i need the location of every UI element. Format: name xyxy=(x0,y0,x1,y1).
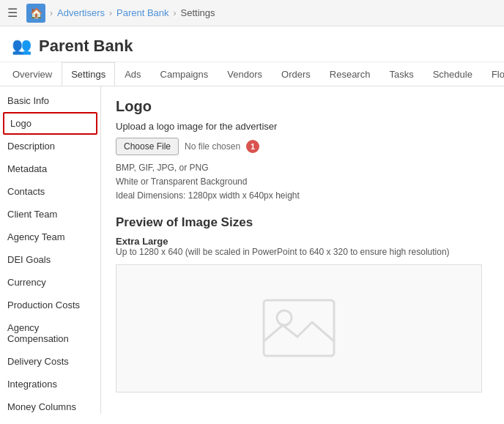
sidebar-item-production-costs[interactable]: Production Costs xyxy=(0,294,100,316)
main-layout: Basic Info Logo Description Metadata Con… xyxy=(0,86,504,414)
preview-heading: Preview of Image Sizes xyxy=(116,215,489,230)
image-placeholder-icon xyxy=(262,299,336,357)
tab-bar: Overview Settings Ads Campaigns Vendors … xyxy=(0,62,504,86)
upload-label: Upload a logo image for the advertiser xyxy=(116,121,489,132)
breadcrumb-advertisers[interactable]: Advertisers xyxy=(57,7,105,18)
sidebar-item-contacts[interactable]: Contacts xyxy=(0,180,100,203)
sidebar-item-integrations[interactable]: Integrations xyxy=(0,373,100,395)
sidebar-item-agency-compensation[interactable]: Agency Compensation xyxy=(0,316,100,350)
hamburger-icon[interactable]: ☰ xyxy=(7,6,18,20)
hint-line-1: BMP, GIF, JPG, or PNG xyxy=(116,161,489,175)
badge-1: 1 xyxy=(246,140,259,153)
svg-rect-0 xyxy=(264,300,334,356)
hint-line-3: Ideal Dimensions: 1280px width x 640px h… xyxy=(116,189,489,203)
sidebar-item-currency[interactable]: Currency xyxy=(0,271,100,294)
tab-flowchart[interactable]: Flowchart xyxy=(482,62,504,86)
file-input-row: Choose File No file chosen 1 xyxy=(116,138,489,155)
tab-research[interactable]: Research xyxy=(320,62,380,86)
sidebar-item-logo[interactable]: Logo xyxy=(3,112,97,135)
sidebar-item-agency-team[interactable]: Agency Team xyxy=(0,226,100,248)
tab-overview[interactable]: Overview xyxy=(3,62,62,86)
tab-schedule[interactable]: Schedule xyxy=(423,62,482,86)
sidebar-item-description[interactable]: Description xyxy=(0,135,100,157)
svg-point-1 xyxy=(277,310,292,325)
content-heading: Logo xyxy=(116,98,489,115)
home-icon[interactable]: 🏠 xyxy=(26,4,45,23)
breadcrumb-settings: Settings xyxy=(181,7,215,18)
breadcrumb-sep-1: › xyxy=(50,8,53,18)
top-nav: ☰ 🏠 › Advertisers › Parent Bank › Settin… xyxy=(0,0,504,26)
content-area: Logo Upload a logo image for the adverti… xyxy=(101,86,504,414)
tab-ads[interactable]: Ads xyxy=(115,62,150,86)
page-header: 👥 Parent Bank xyxy=(0,26,504,62)
page-title: Parent Bank xyxy=(39,37,133,56)
choose-file-button[interactable]: Choose File xyxy=(116,138,179,155)
breadcrumb-parent-bank[interactable]: Parent Bank xyxy=(116,7,169,18)
sidebar-item-dei-goals[interactable]: DEI Goals xyxy=(0,248,100,271)
sidebar-item-client-team[interactable]: Client Team xyxy=(0,203,100,226)
tab-settings[interactable]: Settings xyxy=(62,62,115,86)
no-file-text: No file chosen xyxy=(185,141,240,152)
file-hints: BMP, GIF, JPG, or PNG White or Transpare… xyxy=(116,161,489,204)
sidebar: Basic Info Logo Description Metadata Con… xyxy=(0,86,101,414)
breadcrumb-sep-2: › xyxy=(109,8,112,18)
tab-vendors[interactable]: Vendors xyxy=(218,62,272,86)
breadcrumb-sep-3: › xyxy=(174,8,177,18)
page-icon: 👥 xyxy=(12,37,32,56)
hint-line-2: White or Transparent Background xyxy=(116,175,489,189)
tab-campaigns[interactable]: Campaigns xyxy=(151,62,218,86)
tab-tasks[interactable]: Tasks xyxy=(379,62,423,86)
sidebar-item-metadata[interactable]: Metadata xyxy=(0,157,100,180)
sidebar-item-basic-info[interactable]: Basic Info xyxy=(0,89,100,112)
sidebar-item-delivery-costs[interactable]: Delivery Costs xyxy=(0,350,100,373)
extra-large-label: Extra Large xyxy=(116,236,489,247)
image-preview-box xyxy=(116,264,482,393)
extra-large-desc: Up to 1280 x 640 (will be scaled in Powe… xyxy=(116,247,489,257)
tab-orders[interactable]: Orders xyxy=(272,62,320,86)
sidebar-item-money-columns[interactable]: Money Columns xyxy=(0,395,100,414)
